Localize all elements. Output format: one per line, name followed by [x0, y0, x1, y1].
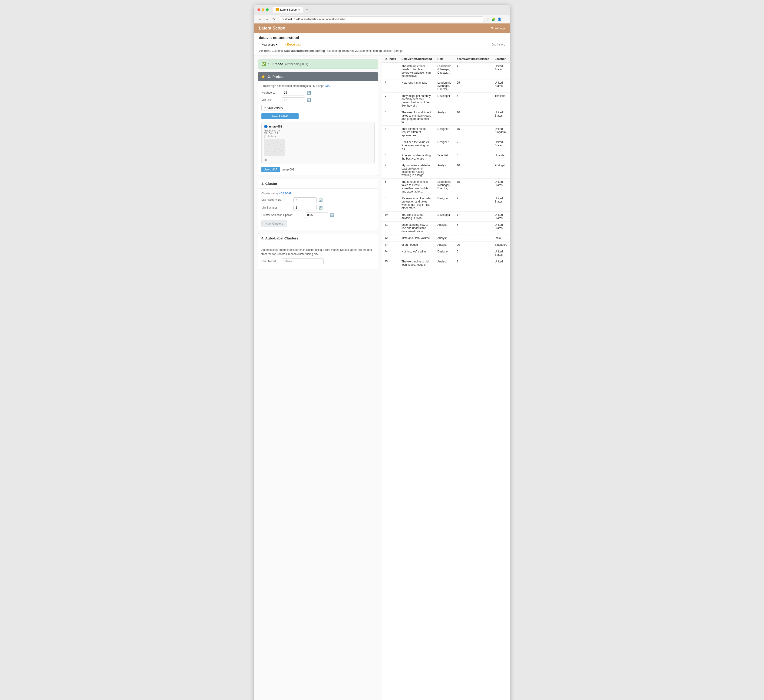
- min-cluster-size-label: Min Cluster Size:: [261, 198, 291, 202]
- min-dist-info-icon[interactable]: 🔄: [307, 98, 311, 102]
- min-samples-info-icon[interactable]: 🔄: [319, 206, 323, 209]
- app-logo: Latent Scope: [259, 26, 285, 31]
- new-umap-row: New UMAP: [261, 113, 374, 119]
- cluster-title: 3. Cluster: [258, 179, 378, 189]
- umap-radio-icon[interactable]: 🔵: [264, 125, 268, 128]
- cell-index: 3: [382, 109, 399, 126]
- cell-text: That different media require different a…: [399, 126, 435, 139]
- cell-location: United States: [492, 222, 510, 235]
- auto-label-body: Automatically create labels for each clu…: [258, 243, 378, 269]
- min-cluster-size-info-icon[interactable]: 🔄: [319, 198, 323, 202]
- table-row: 1 How long it may take Leadership (Manag…: [382, 80, 510, 93]
- epsilon-input[interactable]: [305, 212, 328, 218]
- min-samples-input[interactable]: [293, 205, 317, 211]
- epsilon-info-icon[interactable]: 🔄: [330, 213, 334, 217]
- cell-text: My comments relate to past professional …: [399, 162, 435, 179]
- project-header[interactable]: 👉 2. Project: [258, 72, 378, 81]
- new-clusters-btn[interactable]: New Clusters: [261, 220, 287, 227]
- cell-location: India: [492, 235, 510, 242]
- bookmark-btn[interactable]: ☆: [487, 17, 490, 21]
- cell-text: The need for and time it takes to mainta…: [399, 109, 435, 126]
- col-header-role: Role: [435, 56, 454, 63]
- tab-bar: L Latent Scope ✕ +: [273, 7, 501, 12]
- cell-years: 5: [454, 222, 492, 235]
- cell-index: 1: [382, 80, 399, 93]
- active-tab[interactable]: L Latent Scope ✕: [273, 7, 303, 12]
- min-cluster-size-input[interactable]: [293, 197, 317, 203]
- svg-point-1: [273, 143, 274, 144]
- profile-btn[interactable]: 👤: [498, 17, 501, 21]
- neighbors-input[interactable]: [282, 90, 305, 95]
- col-header-index: ls_index: [382, 56, 399, 63]
- tab-title: Latent Scope: [280, 8, 297, 11]
- main-layout: ✅ 1. Embed (embedding-001) 👉 2. Project: [254, 56, 510, 700]
- table-row: 8 The amount of time it takes to create …: [382, 179, 510, 195]
- forward-btn[interactable]: →: [265, 17, 269, 22]
- cell-location: United Kingdom: [492, 126, 510, 139]
- refresh-btn[interactable]: ↻: [271, 17, 276, 22]
- browser-window: L Latent Scope ✕ + ⋮ ← → ↻ localhost:517…: [254, 5, 510, 700]
- extensions-btn[interactable]: 🧩: [492, 17, 496, 21]
- dataset-header: datavis-notunderstood New scope ▾ ↗ Expo…: [254, 33, 510, 56]
- cell-text: They might get but they normally sent th…: [399, 93, 435, 109]
- cell-years: 15: [454, 126, 492, 139]
- browser-menu-btn[interactable]: ⋮: [503, 8, 507, 12]
- options-btn[interactable]: ⋮: [503, 17, 507, 21]
- app-header: Latent Scope ⚙ settings: [254, 23, 510, 33]
- project-body: Project high dimensional embeddings to 2…: [258, 81, 378, 176]
- hdbscan-link[interactable]: HDBSCAN: [279, 192, 292, 195]
- umap-link[interactable]: UMAP: [323, 84, 332, 88]
- settings-link[interactable]: ⚙ settings: [490, 27, 505, 30]
- dataset-actions: New scope ▾ ↗ Export data Job history: [259, 42, 505, 47]
- umap-card-details: Neighbors: 25 Min Dist: 0.1 [0 clusters]: [264, 129, 372, 138]
- browser-titlebar: L Latent Scope ✕ + ⋮: [254, 5, 510, 15]
- export-link[interactable]: ↗ Export data: [284, 43, 301, 46]
- minimize-window-btn[interactable]: [261, 8, 265, 11]
- cell-role: Developer: [435, 93, 454, 109]
- min-dist-label: Min Dist:: [261, 98, 280, 102]
- cell-years: 10: [454, 109, 492, 126]
- umap-delete-btn[interactable]: 🗑: [264, 158, 372, 161]
- cell-text: effort needed: [399, 242, 435, 248]
- cell-location: United States: [492, 63, 510, 80]
- tab-close-btn[interactable]: ✕: [298, 9, 300, 11]
- job-history-link[interactable]: Job history: [492, 43, 505, 46]
- url-bar[interactable]: localhost:5174/datasets/datavis-notunder…: [278, 17, 485, 22]
- neighbors-info-icon[interactable]: 🔄: [307, 91, 311, 95]
- auto-label-title: 4. Auto-Label Clusters: [258, 233, 378, 243]
- use-umap-btn[interactable]: Use UMAP: [261, 167, 280, 172]
- cell-index: 14: [382, 248, 399, 258]
- embed-header[interactable]: ✅ 1. Embed (embedding-001): [258, 59, 378, 69]
- cell-location: Uganda: [492, 152, 510, 162]
- umap-card-name: umap-001: [269, 125, 282, 128]
- cluster-body: Cluster using HDBSCAN Min Cluster Size: …: [258, 189, 378, 230]
- table-row: 5 Don't see the value vs. time spent wor…: [382, 139, 510, 152]
- min-dist-input[interactable]: [282, 97, 305, 103]
- chat-model-input[interactable]: [282, 258, 324, 264]
- cell-location: United: [492, 258, 510, 268]
- check-icon: ✅: [261, 62, 266, 66]
- col-role: Role (string): [326, 49, 341, 53]
- svg-point-3: [271, 150, 271, 151]
- cluster-section: 3. Cluster Cluster using HDBSCAN Min Clu…: [258, 179, 378, 230]
- cell-location: Singapore: [492, 242, 510, 248]
- use-umap-name: umap-001: [282, 168, 294, 171]
- cell-index: 8: [382, 179, 399, 195]
- cluster-description: Cluster using HDBSCAN: [261, 192, 374, 195]
- new-umap-btn[interactable]: New UMAP: [261, 113, 299, 119]
- close-window-btn[interactable]: [257, 8, 260, 11]
- back-btn[interactable]: ←: [257, 17, 263, 22]
- table-row: 6 time and understanding the best viz to…: [382, 152, 510, 162]
- cell-role: Leadership (Manager, Director,...: [435, 63, 454, 80]
- table-row: 14 Nothing, we're all in! Designer 5 Uni…: [382, 248, 510, 258]
- embed-subtitle: (embedding-001): [285, 62, 308, 66]
- cell-years: 7: [454, 258, 492, 268]
- svg-point-9: [272, 152, 272, 153]
- align-umaps-btn[interactable]: + Align UMAPs: [261, 105, 286, 111]
- neighbors-row: Neighbors: 🔄: [261, 90, 374, 95]
- table-row: 3 The need for and time it takes to main…: [382, 109, 510, 126]
- new-scope-btn[interactable]: New scope ▾: [259, 42, 280, 47]
- maximize-window-btn[interactable]: [266, 8, 269, 11]
- dataset-controls: New scope ▾ ↗ Export data: [259, 42, 301, 47]
- new-tab-btn[interactable]: +: [304, 7, 310, 12]
